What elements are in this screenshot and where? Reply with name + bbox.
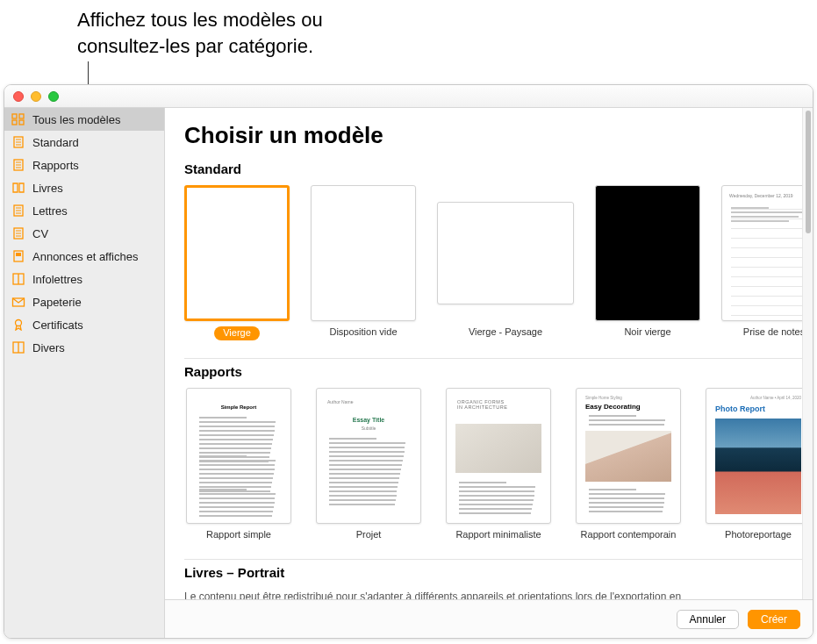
- svg-rect-21: [16, 253, 21, 256]
- template-thumbnail[interactable]: [311, 185, 416, 321]
- sidebar-item-infolettres[interactable]: Infolettres: [4, 268, 164, 290]
- template-thumbnail[interactable]: [437, 202, 574, 304]
- sidebar-item-label: CV: [32, 227, 48, 240]
- template-item[interactable]: Author NameEssay TitleSubtitleProjet: [314, 388, 423, 541]
- template-chooser-window: Tous les modèlesStandardRapportsLivresLe…: [4, 84, 813, 639]
- window-body: Tous les modèlesStandardRapportsLivresLe…: [4, 108, 813, 638]
- zoom-window-button[interactable]: [48, 91, 59, 102]
- sidebar-item-papeterie[interactable]: Papeterie: [4, 290, 164, 313]
- template-label: Noir vierge: [624, 326, 670, 339]
- template-label: Rapport contemporain: [581, 529, 677, 541]
- sidebar-item-cv[interactable]: CV: [4, 222, 164, 245]
- section-divider: [184, 559, 802, 560]
- sidebar-item-label: Rapports: [32, 159, 79, 172]
- section-title: Standard: [184, 161, 813, 176]
- sidebar-item-tous-les-modèles[interactable]: Tous les modèles: [4, 108, 164, 131]
- sidebar-item-certificats[interactable]: Certificats: [4, 313, 164, 336]
- doc-lines-icon: [11, 159, 25, 171]
- sidebar-item-label: Livres: [32, 182, 63, 195]
- template-label: Disposition vide: [329, 326, 397, 339]
- book-icon: [11, 182, 25, 194]
- section-divider: [184, 358, 802, 359]
- template-row: ViergeDisposition videVierge - PaysageNo…: [184, 185, 813, 340]
- template-item[interactable]: Wednesday, December 12, 2019Prise de not…: [721, 185, 813, 340]
- sidebar-item-livres[interactable]: Livres: [4, 176, 164, 199]
- template-label: Rapport simple: [206, 529, 271, 541]
- envelope-icon: [11, 296, 25, 308]
- svg-rect-1: [19, 114, 24, 118]
- page-title: Choisir un modèle: [184, 122, 813, 149]
- sidebar-item-lettres[interactable]: Lettres: [4, 199, 164, 222]
- template-thumbnail[interactable]: Simple Report: [186, 388, 291, 524]
- template-thumbnail[interactable]: ORGANIC FORMSIN ARCHITECTURE: [446, 388, 551, 524]
- svg-point-25: [16, 320, 22, 326]
- template-item[interactable]: Disposition vide: [311, 185, 416, 340]
- callout-annotation: Affichez tous les modèles ou consultez-l…: [77, 7, 411, 59]
- template-item[interactable]: Noir vierge: [595, 185, 700, 340]
- template-item[interactable]: Vierge: [184, 185, 290, 340]
- svg-rect-3: [19, 120, 24, 125]
- poster-icon: [11, 250, 25, 262]
- template-thumbnail[interactable]: Simple Home StylingEasy Decorating: [576, 388, 681, 524]
- template-thumbnail[interactable]: Wednesday, December 12, 2019: [721, 185, 813, 321]
- template-item[interactable]: Simple ReportRapport simple: [184, 388, 293, 541]
- sidebar-item-label: Certificats: [32, 318, 83, 332]
- sidebar-item-annonces-et-affiches[interactable]: Annonces et affiches: [4, 245, 164, 268]
- category-sidebar: Tous les modèlesStandardRapportsLivresLe…: [4, 108, 165, 638]
- sidebar-item-label: Tous les modèles: [32, 113, 120, 126]
- section-title: Livres – Portrait: [184, 565, 813, 580]
- doc-lines-icon: [11, 227, 25, 240]
- minimize-window-button[interactable]: [31, 91, 41, 102]
- sidebar-item-label: Infolettres: [32, 273, 82, 286]
- columns-icon: [11, 341, 25, 354]
- sidebar-item-label: Divers: [32, 341, 65, 354]
- template-item[interactable]: ORGANIC FORMSIN ARCHITECTURERapport mini…: [444, 388, 553, 541]
- template-thumbnail[interactable]: Author Name • April 14, 2020Photo Report: [706, 388, 811, 524]
- cancel-button[interactable]: Annuler: [677, 610, 739, 629]
- template-thumbnail[interactable]: [595, 185, 700, 321]
- template-main: Choisir un modèle StandardViergeDisposit…: [165, 108, 813, 638]
- template-item[interactable]: Author Name • April 14, 2020Photo Report…: [704, 388, 813, 541]
- create-button[interactable]: Créer: [748, 610, 800, 629]
- sidebar-item-divers[interactable]: Divers: [4, 336, 164, 359]
- window-titlebar: [4, 85, 813, 108]
- doc-lines-icon: [11, 204, 25, 217]
- grid-icon: [11, 113, 25, 125]
- template-label: Rapport minimaliste: [455, 529, 541, 541]
- template-label: Photoreportage: [725, 529, 792, 541]
- close-window-button[interactable]: [13, 91, 24, 102]
- sidebar-item-standard[interactable]: Standard: [4, 131, 164, 154]
- footer-bar: Annuler Créer: [165, 599, 813, 638]
- ribbon-icon: [11, 318, 25, 331]
- template-label: Projet: [356, 529, 382, 541]
- template-label: Vierge: [214, 326, 260, 340]
- sidebar-item-label: Lettres: [32, 204, 68, 218]
- template-thumbnail[interactable]: [184, 185, 290, 321]
- svg-rect-0: [12, 114, 17, 118]
- template-item[interactable]: Vierge - Paysage: [437, 185, 574, 340]
- columns-icon: [11, 273, 25, 285]
- template-scroll-area[interactable]: Choisir un modèle StandardViergeDisposit…: [165, 108, 813, 599]
- sidebar-item-label: Annonces et affiches: [32, 250, 138, 263]
- section-note: Le contenu peut être redistribué pour s'…: [184, 589, 813, 600]
- vertical-scrollbar[interactable]: [802, 108, 813, 599]
- template-label: Vierge - Paysage: [469, 326, 542, 339]
- sidebar-item-label: Standard: [32, 136, 79, 149]
- section-title: Rapports: [184, 364, 813, 379]
- sidebar-item-label: Papeterie: [32, 296, 82, 309]
- template-label: Prise de notes: [743, 326, 805, 339]
- template-item[interactable]: Simple Home StylingEasy DecoratingRappor…: [574, 388, 683, 541]
- template-row: Simple ReportRapport simpleAuthor NameEs…: [184, 388, 813, 541]
- doc-lines-icon: [11, 136, 25, 148]
- sidebar-item-rapports[interactable]: Rapports: [4, 154, 164, 176]
- svg-rect-2: [12, 120, 17, 125]
- template-thumbnail[interactable]: Author NameEssay TitleSubtitle: [316, 388, 421, 524]
